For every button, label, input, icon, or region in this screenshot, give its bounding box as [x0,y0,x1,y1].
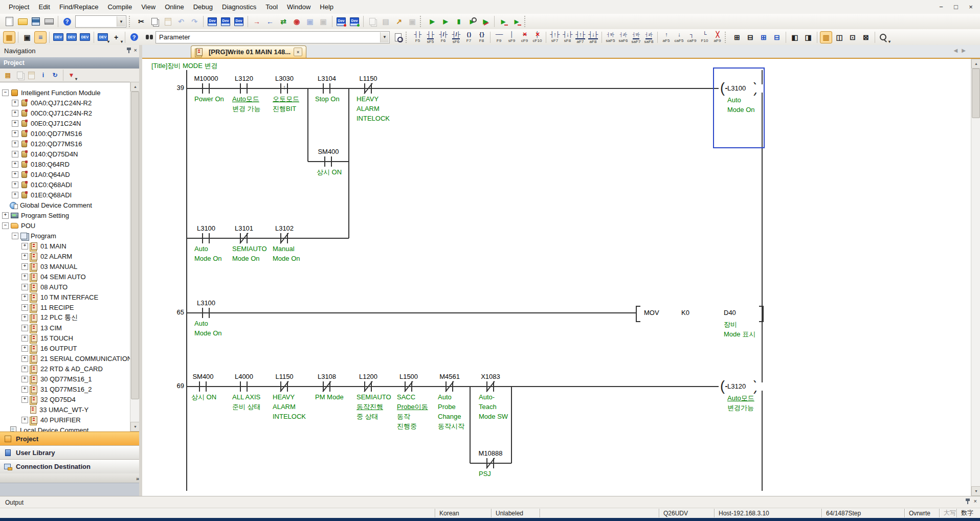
tree-item-program-setting[interactable]: +Program Setting [0,210,139,220]
pin-icon[interactable] [965,498,971,505]
horizontal-line-icon[interactable]: ──F9 [493,30,505,44]
expand-icon[interactable]: + [21,284,28,290]
scroll-down-icon[interactable]: ▼ [971,486,980,496]
tree-item-15-touch[interactable]: +15 TOUCH [0,333,139,343]
input-interlink-icon[interactable]: ┐caF9 [685,30,698,44]
expand-icon[interactable]: + [12,110,18,117]
comment-edit-icon[interactable]: ⊡ [847,31,859,43]
cut-icon[interactable]: ✂ [135,15,147,28]
batch-delete-icon[interactable]: ◨ [802,31,814,43]
menu-edit[interactable]: Edit [34,1,54,13]
device-label-display-icon[interactable]: DEV [52,31,64,43]
contact-L3104[interactable] [315,81,339,96]
monitor-start-icon[interactable]: ▣ [304,15,316,28]
contact-SM400[interactable] [316,154,341,169]
expand-icon[interactable]: + [21,396,28,403]
tree-item-30-qd77ms16-1[interactable]: +30 QD77MS16_1 [0,374,139,384]
monitor-stop-icon[interactable]: ▣ [317,15,329,28]
chevron-down-icon[interactable]: ▾ [121,39,123,44]
plc-user-data-icon[interactable]: ▤ [380,15,392,28]
contact-L3102[interactable] [272,231,297,245]
ladder-editor-canvas[interactable]: [Title]장비 MODE 변경 39M10000Power OnL3120A… [142,59,971,496]
expand-icon[interactable]: + [12,192,18,198]
expand-icon[interactable]: + [21,335,28,342]
menu-project[interactable]: Project [4,1,34,13]
collapse-icon[interactable]: − [2,89,9,96]
expand-icon[interactable]: + [12,151,18,157]
tree-scrollbar[interactable]: ▲ ▼ [130,82,139,432]
read-from-plc-icon[interactable]: ← [264,15,276,28]
expand-icon[interactable]: + [21,417,28,423]
new-project-icon[interactable] [3,15,15,28]
view-button-connection-destination[interactable]: Connection Destination [0,459,143,473]
chevron-down-icon[interactable]: ▾ [75,77,77,81]
contact-X1083[interactable] [478,379,503,394]
tree-item-0100-qd77ms16[interactable]: +0100:QD77MS16 [0,128,139,139]
undo-icon[interactable]: ↶ [175,15,187,28]
tree-new-data-icon[interactable]: ▤ [3,70,13,81]
vertical-line-icon[interactable]: │sF9 [505,30,518,44]
tree-item-13-cim[interactable]: +13 CIM [0,323,139,333]
expand-icon[interactable]: + [21,263,28,270]
help-icon[interactable] [61,15,73,28]
write-to-plc-icon[interactable]: → [251,15,263,28]
tab-scroll-right-icon[interactable]: ▶ [962,48,966,53]
contact-L1500[interactable] [396,379,421,394]
contact-open-icon[interactable]: ┤├F5 [411,30,424,44]
tab-prg-write-01-main[interactable]: [PRG]Write 01 MAIN 148... × [191,46,306,58]
application-instruction-icon[interactable]: { }F8 [475,30,488,44]
expand-icon[interactable]: + [12,161,18,168]
view-button-project[interactable]: Project [0,432,143,446]
delete-horizontal-line-icon[interactable]: ─✕cF9 [518,30,531,44]
tree-refresh-icon[interactable]: ↻ [50,70,60,81]
tree-item-22-rtd-ad-card[interactable]: +22 RTD & AD_CARD [0,364,139,374]
contact-L3100[interactable] [194,231,218,245]
contact-M10000[interactable] [194,81,218,96]
device-jump-icon[interactable]: +▾ [110,31,122,43]
zoom-icon[interactable]: ▾ [878,31,890,43]
tree-item-40-purifier[interactable]: +40 PURIFIER [0,415,139,425]
device-comment-display-icon[interactable]: DEV [65,31,78,43]
menu-window[interactable]: Window [282,1,315,13]
insert-column-icon[interactable]: ⊞ [758,31,770,43]
menu-find-replace[interactable]: Find/Replace [55,1,103,13]
pulse-rising-close-icon[interactable]: ┤↑/├saF5 [604,30,617,44]
open-project-icon[interactable] [16,15,29,28]
scroll-thumb[interactable] [131,92,139,399]
pulse-falling-parallel-icon[interactable]: ┤↓├aF8 [587,30,599,44]
tree-item-00e0-qj71c24n[interactable]: +00E0:QJ71C24N [0,118,139,128]
tree-item-01a0-q64ad[interactable]: +01A0:Q64AD [0,169,139,179]
expand-icon[interactable]: + [2,212,9,219]
read-mode-icon[interactable]: ◫ [833,31,845,43]
print-icon[interactable] [43,15,55,28]
tree-item-00a0-qj71c24n-r2[interactable]: +00A0:QJ71C24N-R2 [0,98,139,108]
tree-item-01c0-q68adi[interactable]: +01C0:Q68ADI [0,179,139,190]
contact-M4561[interactable] [437,379,462,394]
collapse-icon[interactable]: − [2,222,9,229]
tree-sort-icon[interactable]: ▼▾ [66,70,77,81]
tree-paste-icon[interactable] [26,70,37,81]
contact-L1200[interactable] [356,379,381,394]
contact-L3030[interactable]: ↑ [272,81,297,96]
tree-item-01-main[interactable]: +01 MAIN [0,241,139,251]
tree-item-32-qd75d4[interactable]: +32 QD75D4 [0,394,139,404]
expand-icon[interactable]: + [21,253,28,260]
contact-L1150[interactable] [272,379,297,394]
contact-M10888[interactable] [478,456,503,470]
pulse-rising-parallel-icon[interactable]: ┤↑├aF7 [574,30,587,44]
tree-item-program[interactable]: −Program [0,231,139,241]
scroll-thumb[interactable] [972,69,980,118]
contact-open-parallel-icon[interactable]: ┤├sF5 [424,30,437,44]
edit-line-icon[interactable]: └F10 [698,30,711,44]
menu-compile[interactable]: Compile [103,1,137,13]
expand-icon[interactable]: + [21,355,28,362]
tree-item-intelligent-function-module[interactable]: −Intelligent Function Module [0,87,139,98]
chevron-down-icon[interactable]: ▾ [107,39,109,44]
find-target-combo[interactable]: Parameter▼ [155,31,390,43]
expand-icon[interactable]: + [12,130,18,137]
close-button[interactable]: × [964,2,977,12]
tab-scroll-left-icon[interactable]: ◀ [954,48,958,53]
expand-icon[interactable]: + [21,304,28,311]
pulse-falling-close-icon[interactable]: ┤↓/├saF6 [617,30,630,44]
maximize-button[interactable]: □ [949,2,963,12]
